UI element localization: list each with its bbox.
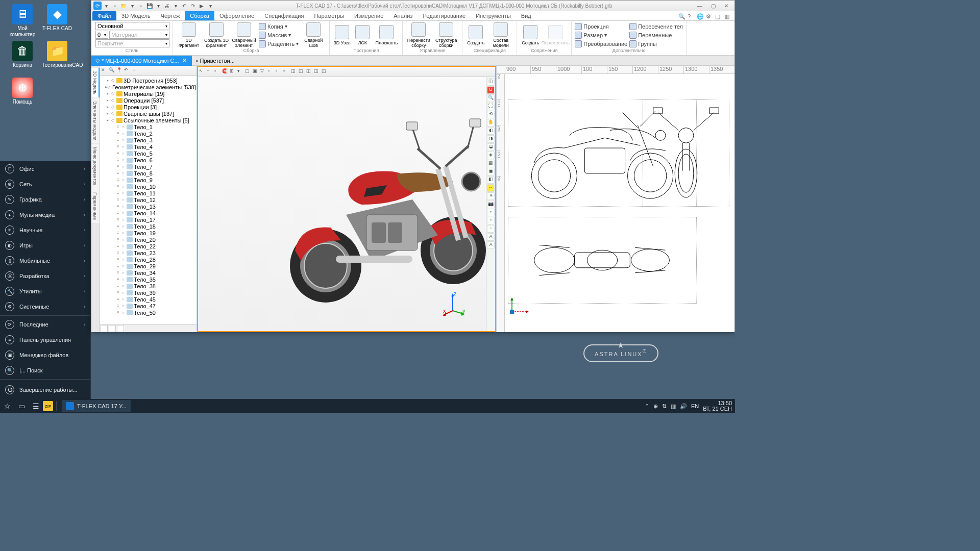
tree-body-item[interactable]: ≡○Тело_5	[101, 150, 195, 157]
vt-cube2[interactable]: ◫	[299, 68, 306, 76]
vt-plus[interactable]: +	[207, 68, 214, 76]
search-icon[interactable]: 🔍	[678, 13, 685, 20]
qat-print-dd[interactable]: ▾	[172, 2, 180, 10]
btn-projection[interactable]: Проекция	[575, 22, 627, 31]
close-button[interactable]: ✕	[720, 2, 732, 10]
tray-clipboard-icon[interactable]: ▥	[671, 403, 676, 410]
drawing-view-top[interactable]	[508, 217, 697, 304]
doc-tab-welcome[interactable]: ▫ Приветстви...	[192, 56, 239, 66]
qat-more[interactable]: ▾	[206, 2, 214, 10]
btn-model-composition[interactable]: Состав модели	[488, 22, 513, 48]
btn-create-3d-fragment[interactable]: Создать 3D фрагмент	[204, 22, 229, 48]
btn-dimension[interactable]: Размер ▾	[575, 31, 627, 39]
style-material-dropdown[interactable]: Материал▾	[109, 31, 169, 39]
btn-plane[interactable]: Плоскость	[374, 25, 399, 45]
vt-grid[interactable]: ⊞	[230, 68, 237, 76]
tree-arrow-icon[interactable]: →	[132, 67, 139, 74]
tab-file[interactable]: Файл	[92, 11, 116, 20]
start-button[interactable]: ☆	[0, 399, 14, 413]
desktop-help[interactable]: ⊕ Помощь	[7, 78, 38, 105]
vt-sel[interactable]: ▢	[245, 68, 252, 76]
vtool-magnet[interactable]: U	[487, 86, 495, 94]
taskbar-app-tflex[interactable]: T-FLEX CAD 17 У...	[62, 400, 131, 412]
vt-arrow[interactable]: ↖	[199, 68, 206, 76]
vt-cube3[interactable]: ◫	[306, 68, 313, 76]
tree-folder[interactable]: ▸◇Ссылочные элементы [5]	[101, 117, 195, 123]
tree-folder[interactable]: ▸◇Сварные швы [137]	[101, 110, 195, 117]
qat-open-dd[interactable]: ▾	[128, 2, 136, 10]
taskbar-desktop[interactable]: ▭	[14, 399, 29, 413]
btn-copy[interactable]: Копия ▾	[259, 22, 299, 31]
qat-print[interactable]: 🖨	[163, 2, 171, 10]
tray-up-icon[interactable]: ⌃	[645, 403, 649, 410]
start-utilities[interactable]: 🔧Утилиты›	[0, 284, 90, 299]
start-control-panel[interactable]: ≡Панель управления	[0, 332, 90, 347]
btn-unload[interactable]: Разделить ▾	[259, 40, 299, 48]
tree-body-item[interactable]: ≡○Тело_11	[101, 190, 195, 196]
vtool-measure[interactable]: ↔	[487, 184, 495, 192]
tray-network-icon[interactable]: ⊕	[653, 403, 658, 410]
tab-analysis[interactable]: Анализ	[388, 11, 418, 20]
tree-body-item[interactable]: ≡○Тело_22	[101, 243, 195, 249]
tree-body-item[interactable]: ≡○Тело_9	[101, 177, 195, 183]
style-zero[interactable]: 0▾	[95, 31, 108, 39]
tab-measure[interactable]: Измерение	[349, 11, 388, 20]
desktop-folder[interactable]: 📁 ТестированиCAD	[42, 41, 72, 68]
app-menu-button[interactable]: ⟳	[93, 2, 102, 10]
start-shutdown[interactable]: ⏻Завершение работы...	[0, 381, 90, 399]
qat-doc-icon[interactable]: ▫	[111, 2, 119, 10]
2d-viewport[interactable]: 90095010001001501200125013001350 5020025…	[496, 66, 734, 332]
tree-tab3[interactable]	[117, 325, 124, 332]
vtool-rotate[interactable]: ⟲	[487, 111, 495, 118]
tab-parameters[interactable]: Параметры	[309, 11, 349, 20]
globe-icon[interactable]: 🌐	[697, 13, 704, 20]
vt-filter[interactable]: ▽	[260, 68, 267, 76]
tree-body-item[interactable]: ≡○Тело_29	[101, 263, 195, 269]
btn-array[interactable]: Массив ▾	[259, 31, 299, 39]
vtool-text-a[interactable]: A	[487, 233, 495, 241]
tab-view[interactable]: Вид	[516, 11, 536, 20]
tree-body-item[interactable]: ≡○Тело_39	[101, 289, 195, 296]
tree-body-item[interactable]: ≡○Тело_2	[101, 130, 195, 137]
vtool-cube[interactable]: ◫	[487, 78, 495, 86]
tree-undo-icon[interactable]: ↶	[124, 67, 131, 74]
start-search[interactable]: 🔍|... Поиск	[0, 363, 90, 378]
tree-body-item[interactable]: ≡○Тело_18	[101, 223, 195, 230]
vtool-y[interactable]: ◑	[487, 135, 495, 143]
qat-sheet[interactable]: ▫	[137, 2, 145, 10]
btn-assembly-structure[interactable]: Структура сборки	[433, 22, 459, 48]
desktop-my-computer[interactable]: 🖥 Мой компьютер	[7, 4, 38, 38]
tree-body-item[interactable]: ≡○Тело_23	[101, 249, 195, 256]
tree-folder[interactable]: ▸◇Геометрические элементы [538]	[101, 84, 195, 90]
tray-usb-icon[interactable]: ⇅	[662, 403, 667, 410]
tab-drawing[interactable]: Чертеж	[156, 11, 185, 20]
start-games[interactable]: ◐Игры›	[0, 238, 90, 253]
vt-cube5[interactable]: ◫	[322, 68, 329, 76]
help-icon[interactable]: ?	[688, 13, 695, 20]
doc-tab-active[interactable]: ◇ * МЦ-1-000-000 Мотоцикл С... ✕	[91, 56, 192, 66]
start-office[interactable]: □Офис›	[0, 161, 90, 177]
tab-3d-model[interactable]: 3D Модель	[116, 11, 156, 20]
vt-cube1[interactable]: ◫	[291, 68, 298, 76]
tree-body-item[interactable]: ≡○Тело_14	[101, 210, 195, 216]
vt-box[interactable]: ▫	[214, 68, 222, 76]
close-tab-button[interactable]: ✕	[181, 57, 188, 64]
3d-canvas[interactable]: z y x	[198, 77, 486, 331]
vtool-shade[interactable]: ◼	[487, 168, 495, 176]
tree-body-item[interactable]: ≡○Тело_6	[101, 157, 195, 163]
btn-transformation[interactable]: Преобразование	[575, 40, 627, 48]
vtool-zoom[interactable]: 🔍	[487, 94, 495, 102]
tree-body-item[interactable]: ≡○Тело_28	[101, 256, 195, 263]
window-icon[interactable]: ▢	[715, 13, 722, 20]
vtool-iso[interactable]: ◈	[487, 152, 495, 159]
vtool-pan[interactable]: ✋	[487, 119, 495, 127]
taskbar-zip[interactable]: ZIP	[43, 401, 53, 411]
tree-folder[interactable]: ▸◇Материалы [19]	[101, 90, 195, 97]
vtool-wire[interactable]: ▦	[487, 160, 495, 167]
drawing-view-front[interactable]	[643, 99, 729, 207]
tree-tab2[interactable]	[109, 325, 116, 332]
tab-tools[interactable]: Инструменты	[471, 11, 516, 20]
tab-assembly[interactable]: Сборка	[185, 11, 214, 20]
vt-more3[interactable]: ▫	[283, 68, 290, 76]
vtab-3d-model[interactable]: 3D Модель	[91, 68, 100, 97]
